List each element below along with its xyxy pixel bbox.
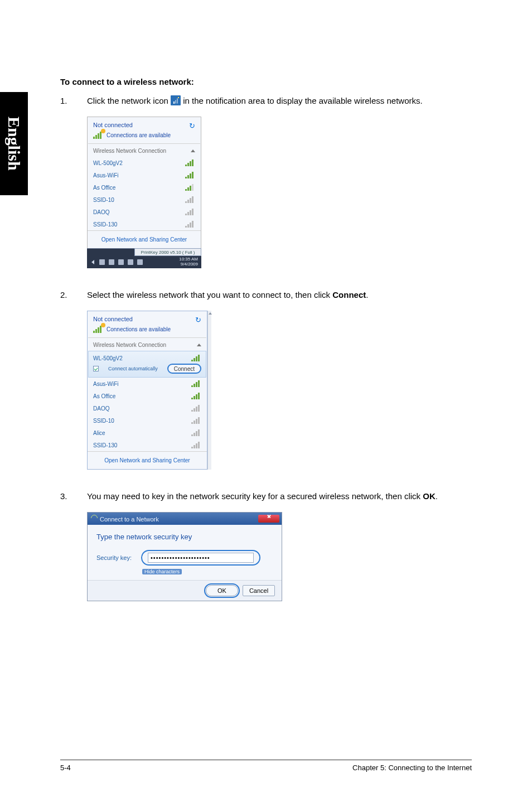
security-key-label: Security key:: [96, 554, 136, 561]
signal-icon: [191, 405, 201, 412]
network-item[interactable]: DAOQ: [88, 402, 207, 414]
network-name: WL-500gV2: [93, 355, 123, 361]
chevron-up-icon[interactable]: [197, 344, 201, 346]
step-2-number: 2.: [60, 288, 87, 302]
network-name: SSID-130: [93, 221, 117, 228]
network-item[interactable]: Asus-WiFi: [88, 378, 207, 390]
hide-characters-checkbox[interactable]: Hide characters: [142, 569, 182, 574]
page-footer: 5-4 Chapter 5: Connecting to the Interne…: [60, 760, 472, 772]
auto-connect-label: Connect automatically: [108, 366, 158, 371]
security-key-highlight: ••••••••••••••••••••••: [141, 550, 260, 566]
network-name: As Office: [93, 185, 115, 191]
step-1-number: 1.: [60, 94, 87, 108]
signal-icon: [191, 442, 201, 448]
signal-bars-icon: [93, 325, 103, 333]
signal-icon: [191, 417, 201, 424]
step-3: 3. You may need to key in the network se…: [60, 490, 472, 503]
cancel-button[interactable]: Cancel: [243, 585, 275, 596]
availability-text: Connections are available: [107, 326, 171, 332]
network-name: SSID-130: [93, 442, 117, 448]
close-icon[interactable]: [258, 515, 279, 523]
network-name: DAOQ: [93, 209, 109, 215]
status-text: Not connected: [93, 316, 133, 322]
chapter-title: Chapter 5: Connecting to the Internet: [352, 764, 472, 772]
tray-expand-icon[interactable]: [91, 260, 94, 264]
chevron-up-icon[interactable]: [191, 149, 195, 152]
step-2-bold: Connect: [332, 290, 366, 299]
network-name: Asus-WiFi: [93, 381, 119, 387]
dialog-title-text: Connect to a Network: [100, 516, 159, 523]
connect-button[interactable]: Connect: [167, 364, 201, 374]
signal-icon: [185, 196, 195, 203]
network-item[interactable]: As Office: [88, 390, 207, 402]
taskbar-clock: 10:35 AM 9/4/2009: [179, 257, 198, 267]
step-2-pre: Select the wireless network that you wan…: [87, 290, 332, 299]
step-2: 2. Select the wireless network that you …: [60, 288, 472, 302]
step-3-text: You may need to key in the network secur…: [87, 490, 472, 503]
signal-icon: [191, 429, 201, 436]
signal-icon: [185, 160, 195, 166]
scrollbar[interactable]: [207, 311, 211, 470]
security-key-dialog: Connect to a Network Type the network se…: [87, 512, 282, 601]
network-name: Alice: [93, 430, 105, 436]
dialog-titlebar[interactable]: Connect to a Network: [88, 513, 282, 525]
network-name: DAOQ: [93, 405, 109, 412]
page-number: 5-4: [60, 764, 71, 772]
network-name: WL-500gV2: [93, 160, 123, 166]
network-tray-icon: [171, 95, 181, 105]
step-1-text: Click the network icon in the notificati…: [87, 94, 472, 108]
dialog-prompt: Type the network security key: [96, 533, 273, 541]
status-text: Not connected: [93, 122, 133, 128]
taskbar-button[interactable]: PrintKey 2000 v5.10 ( Full ): [134, 248, 201, 256]
network-item[interactable]: WL-500gV2: [88, 157, 201, 169]
network-item[interactable]: SSID-130: [88, 439, 207, 451]
refresh-icon[interactable]: ↻: [195, 316, 201, 324]
signal-bars-icon: [93, 131, 103, 139]
language-tab: English: [0, 92, 28, 195]
section-title-text: Wireless Network Connection: [93, 342, 166, 348]
signal-icon: [191, 380, 201, 387]
network-item[interactable]: As Office: [88, 181, 201, 194]
tray-icons: [99, 259, 143, 265]
network-item[interactable]: SSID-10: [88, 414, 207, 427]
network-item[interactable]: Asus-WiFi: [88, 169, 201, 181]
step-2-post: .: [366, 290, 368, 299]
signal-icon: [185, 221, 195, 228]
networks-flyout-2: Not connected ↻ Connections are availabl…: [87, 311, 207, 470]
step-2-text: Select the wireless network that you wan…: [87, 288, 472, 302]
ok-button[interactable]: OK: [206, 585, 238, 596]
sharing-center-link[interactable]: Open Network and Sharing Center: [88, 230, 201, 248]
signal-icon: [191, 393, 201, 399]
network-name: As Office: [93, 393, 115, 399]
step-1-post: in the notification area to display the …: [183, 96, 422, 105]
networks-flyout-1: Not connected ↻ Connections are availabl…: [87, 117, 201, 268]
step-1-pre: Click the network icon: [87, 96, 171, 105]
sharing-center-link[interactable]: Open Network and Sharing Center: [88, 451, 207, 469]
wifi-icon: [91, 515, 98, 521]
step-1: 1. Click the network icon in the notific…: [60, 94, 472, 108]
section-title-text: Wireless Network Connection: [93, 148, 166, 154]
clock-date: 9/4/2009: [179, 262, 198, 267]
security-key-input[interactable]: ••••••••••••••••••••••: [148, 553, 254, 563]
auto-connect-checkbox[interactable]: [93, 366, 99, 371]
refresh-icon[interactable]: ↻: [189, 122, 195, 130]
step-3-post: .: [436, 491, 438, 501]
signal-icon: [185, 172, 195, 178]
signal-icon: [185, 209, 195, 215]
network-name: SSID-10: [93, 418, 114, 424]
step-3-number: 3.: [60, 490, 87, 503]
network-item[interactable]: Alice: [88, 427, 207, 439]
network-item[interactable]: DAOQ: [88, 206, 201, 218]
section-heading: To connect to a wireless network:: [60, 77, 472, 86]
signal-icon: [185, 184, 195, 191]
network-item[interactable]: SSID-10: [88, 194, 201, 206]
step-3-bold: OK: [423, 491, 436, 501]
network-name: Asus-WiFi: [93, 172, 119, 178]
signal-icon: [191, 355, 201, 361]
availability-text: Connections are available: [107, 132, 171, 138]
taskbar: PrintKey 2000 v5.10 ( Full ) 10:35 AM 9/…: [87, 248, 201, 268]
step-3-pre: You may need to key in the network secur…: [87, 491, 423, 501]
network-item[interactable]: SSID-130: [88, 218, 201, 230]
network-item-selected[interactable]: WL-500gV2 Connect automatically Connect: [88, 351, 206, 378]
language-label: English: [4, 117, 23, 171]
